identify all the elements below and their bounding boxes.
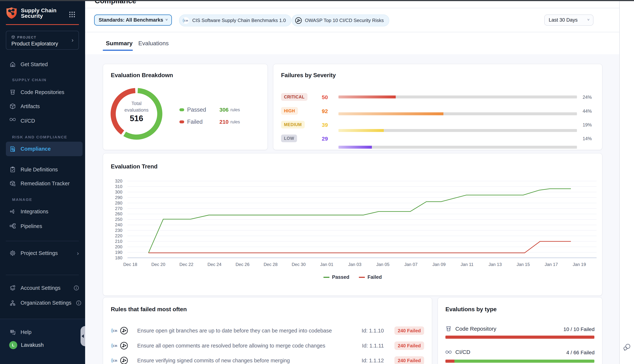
user-menu[interactable]: L Lavakush <box>9 341 44 349</box>
chat-bubble-icon[interactable] <box>623 344 631 352</box>
chevron-down-icon: ᵛ <box>587 18 589 22</box>
svg-text:Dec 26: Dec 26 <box>235 262 249 267</box>
legend-row-passed: Passed 306 rules <box>179 106 240 113</box>
rule-row[interactable]: CIS Ensure open git branches are up to d… <box>111 326 424 335</box>
svg-text:220: 220 <box>115 233 122 238</box>
total-evaluations-value: 516 <box>111 113 162 124</box>
svg-text:230: 230 <box>115 228 122 233</box>
date-range-select[interactable]: Last 30 Days ᵛ <box>544 14 593 26</box>
standards-select[interactable]: Standards: All Benchmarks ᵛ <box>94 14 172 26</box>
sidebar-item-get-started[interactable]: Get Started <box>6 58 83 71</box>
code-repository-icon <box>10 89 16 95</box>
failed-line-swatch <box>359 277 365 278</box>
project-selector[interactable]: PROJECT Product Exploratory › <box>6 31 79 50</box>
sidebar-item-artifacts[interactable]: Artifacts <box>6 100 83 113</box>
app-logo-shield-icon <box>6 7 17 19</box>
section-supply-chain: SUPPLY CHAIN <box>12 78 47 82</box>
svg-text:240: 240 <box>115 222 122 227</box>
severity-badge-critical: CRITICAL <box>281 93 307 101</box>
severity-value: 39 <box>322 122 328 128</box>
svg-text:Dec 28: Dec 28 <box>264 262 277 267</box>
avatar: L <box>9 341 17 349</box>
rule-id: Id: 1.1.10 <box>362 328 384 334</box>
project-cube-icon <box>11 35 15 39</box>
owasp-logo-icon <box>120 356 128 364</box>
standards-select-value: Standards: All Benchmarks <box>99 17 163 23</box>
infinity-icon <box>10 118 16 124</box>
type-row-code-repository: Code Repository <box>445 326 496 332</box>
sidebar-collapse-handle[interactable] <box>81 326 85 346</box>
type-bar-cicd <box>445 360 594 363</box>
failed-dot-icon <box>179 120 184 123</box>
project-name: Product Exploratory <box>11 41 58 47</box>
severity-badge-high: HIGH <box>281 107 298 115</box>
severity-value: 50 <box>322 94 328 100</box>
passed-dot-icon <box>179 108 184 111</box>
chevron-right-icon: › <box>72 37 74 43</box>
rule-row[interactable]: CIS Ensure all open comments are resolve… <box>111 342 424 350</box>
home-icon <box>10 61 16 68</box>
cis-logo-icon: CIS <box>111 357 119 364</box>
sidebar-item-help[interactable]: ? Help <box>6 326 83 339</box>
chip-label: CIS Software Supply Chain Benchmarks 1.0 <box>192 18 286 23</box>
chevron-down-icon: ᵛ <box>165 18 167 22</box>
tab-evaluations[interactable]: Evaluations <box>138 40 169 47</box>
legend-item-failed: Failed <box>359 274 382 280</box>
app-window: Supply Chain Security PROJECT Product Ex… <box>0 0 634 364</box>
sidebar-item-cicd[interactable]: CI/CD <box>6 114 83 128</box>
type-value: 4 / 66 Failed <box>528 350 594 356</box>
right-scroll-column <box>619 1 634 364</box>
rule-row[interactable]: CIS Ensure verifying signed commits of n… <box>111 356 424 364</box>
legend-row-failed: Failed 210 rules <box>179 118 240 125</box>
trend-legend: Passed Failed <box>103 274 602 280</box>
sidebar-item-organization-settings[interactable]: Organization Settings <box>6 296 83 310</box>
layers-gear-icon <box>10 285 16 291</box>
svg-text:Dec 18: Dec 18 <box>123 262 137 267</box>
severity-value: 92 <box>322 108 328 114</box>
owasp-logo-icon <box>120 342 128 350</box>
cis-logo-icon: CIS <box>182 17 189 24</box>
type-value: 10 / 10 Failed <box>528 326 594 332</box>
module-grid-icon[interactable] <box>69 11 75 18</box>
page-title-clip: Compliance <box>95 1 205 8</box>
app-title: Supply Chain Security <box>21 8 57 19</box>
sidebar-item-compliance[interactable]: Compliance <box>6 142 83 156</box>
sidebar-item-rule-definitions[interactable]: Rule Definitions <box>6 163 83 176</box>
chevron-right-icon: › <box>77 250 79 256</box>
type-bar-code-repository <box>445 336 594 339</box>
cube-wrench-icon <box>10 180 16 186</box>
svg-text:270: 270 <box>115 206 122 211</box>
benchmark-chip-cis[interactable]: CIS CIS Software Supply Chain Benchmarks… <box>179 14 291 26</box>
info-icon[interactable] <box>76 300 81 306</box>
sidebar-item-pipelines[interactable]: Pipelines <box>6 220 83 233</box>
sidebar-item-code-repositories[interactable]: Code Repositories <box>6 86 83 99</box>
svg-text:300: 300 <box>115 190 122 194</box>
svg-text:Jan 13: Jan 13 <box>489 262 502 267</box>
tab-summary[interactable]: Summary <box>106 40 133 47</box>
sidebar-divider <box>6 275 79 275</box>
info-icon[interactable] <box>74 285 79 290</box>
project-label: PROJECT <box>17 36 37 40</box>
sidebar-item-account-settings[interactable]: Account Settings <box>6 281 83 294</box>
svg-text:Jan 05: Jan 05 <box>376 262 390 267</box>
svg-text:Dec 30: Dec 30 <box>292 262 306 267</box>
sidebar-item-project-settings[interactable]: Project Settings › <box>6 246 83 260</box>
trend-chart-svg: 3203103002902802702602502402302202102001… <box>103 154 602 274</box>
rule-text: Ensure verifying signed commits of new c… <box>137 358 290 364</box>
svg-text:210: 210 <box>115 239 122 244</box>
brand-underline <box>6 24 79 25</box>
card-evaluation-trend: Evaluation Trend 32031030029028027026025… <box>103 153 602 296</box>
sidebar-item-remediation-tracker[interactable]: Remediation Tracker <box>6 177 83 190</box>
sidebar-item-integrations[interactable]: Integrations <box>6 205 83 218</box>
svg-text:CIS: CIS <box>113 330 117 332</box>
severity-bar-critical <box>339 96 577 98</box>
card-title: Evaluation Breakdown <box>111 72 173 79</box>
donut-center-label: Total evaluations 516 <box>111 100 162 124</box>
svg-text:Jan 07: Jan 07 <box>404 262 418 267</box>
benchmark-chip-owasp[interactable]: OWASP Top 10 CI/CD Security Risks <box>292 14 389 26</box>
rule-failed-badge: 240 Failed <box>394 342 424 350</box>
help-chat-icon: ? <box>10 329 16 336</box>
passed-line-swatch <box>324 277 330 278</box>
svg-text:Dec 24: Dec 24 <box>207 262 221 267</box>
rule-failed-badge: 240 Failed <box>394 356 424 364</box>
